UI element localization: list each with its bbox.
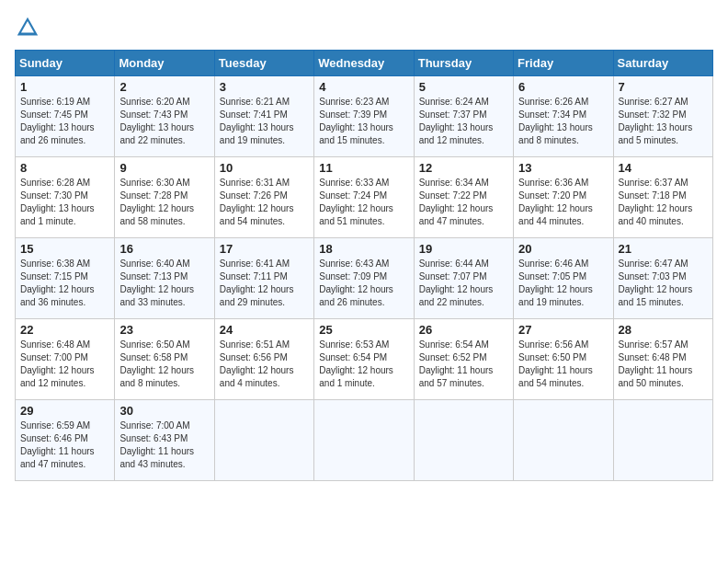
header-thursday: Thursday	[414, 51, 513, 76]
logo	[15, 15, 44, 40]
day-info: Sunrise: 6:43 AM Sunset: 7:09 PM Dayligh…	[319, 258, 408, 309]
day-info: Sunrise: 6:57 AM Sunset: 6:48 PM Dayligh…	[619, 339, 708, 390]
calendar-cell	[214, 400, 313, 481]
day-number: 15	[20, 242, 109, 256]
calendar-cell	[514, 400, 613, 481]
calendar-cell: 29Sunrise: 6:59 AM Sunset: 6:46 PM Dayli…	[16, 400, 115, 481]
header-sunday: Sunday	[16, 51, 115, 76]
day-number: 30	[119, 404, 209, 418]
day-info: Sunrise: 6:30 AM Sunset: 7:28 PM Dayligh…	[119, 177, 209, 228]
day-number: 5	[419, 80, 508, 94]
calendar-cell: 13Sunrise: 6:36 AM Sunset: 7:20 PM Dayli…	[514, 157, 613, 238]
calendar-cell	[613, 400, 712, 481]
day-info: Sunrise: 6:47 AM Sunset: 7:03 PM Dayligh…	[619, 258, 708, 309]
day-number: 11	[319, 161, 408, 175]
day-info: Sunrise: 6:34 AM Sunset: 7:22 PM Dayligh…	[419, 177, 508, 228]
calendar-cell: 22Sunrise: 6:48 AM Sunset: 7:00 PM Dayli…	[16, 319, 115, 400]
calendar-table: SundayMondayTuesdayWednesdayThursdayFrid…	[15, 50, 713, 481]
day-info: Sunrise: 6:59 AM Sunset: 6:46 PM Dayligh…	[20, 419, 109, 471]
calendar-cell	[314, 400, 414, 481]
day-info: Sunrise: 6:23 AM Sunset: 7:39 PM Dayligh…	[319, 96, 408, 147]
calendar-cell: 6Sunrise: 6:26 AM Sunset: 7:34 PM Daylig…	[514, 76, 613, 157]
day-number: 6	[518, 80, 608, 94]
calendar-cell: 8Sunrise: 6:28 AM Sunset: 7:30 PM Daylig…	[16, 157, 115, 238]
day-info: Sunrise: 6:19 AM Sunset: 7:45 PM Dayligh…	[20, 96, 109, 147]
day-info: Sunrise: 6:56 AM Sunset: 6:50 PM Dayligh…	[518, 339, 608, 390]
day-number: 26	[419, 323, 508, 337]
calendar-header-row: SundayMondayTuesdayWednesdayThursdayFrid…	[16, 51, 713, 76]
calendar-cell: 14Sunrise: 6:37 AM Sunset: 7:18 PM Dayli…	[613, 157, 712, 238]
calendar-cell: 23Sunrise: 6:50 AM Sunset: 6:58 PM Dayli…	[115, 319, 214, 400]
day-number: 18	[319, 242, 408, 256]
calendar-cell: 3Sunrise: 6:21 AM Sunset: 7:41 PM Daylig…	[214, 76, 313, 157]
day-info: Sunrise: 6:46 AM Sunset: 7:05 PM Dayligh…	[518, 258, 608, 309]
page-header	[15, 15, 713, 40]
day-number: 21	[619, 242, 708, 256]
calendar-cell: 27Sunrise: 6:56 AM Sunset: 6:50 PM Dayli…	[514, 319, 613, 400]
calendar-week-2: 8Sunrise: 6:28 AM Sunset: 7:30 PM Daylig…	[16, 157, 713, 238]
header-monday: Monday	[115, 51, 214, 76]
calendar-cell: 24Sunrise: 6:51 AM Sunset: 6:56 PM Dayli…	[214, 319, 313, 400]
day-info: Sunrise: 6:37 AM Sunset: 7:18 PM Dayligh…	[619, 177, 708, 228]
day-info: Sunrise: 6:28 AM Sunset: 7:30 PM Dayligh…	[20, 177, 109, 228]
calendar-cell: 30Sunrise: 7:00 AM Sunset: 6:43 PM Dayli…	[115, 400, 214, 481]
day-info: Sunrise: 6:24 AM Sunset: 7:37 PM Dayligh…	[419, 96, 508, 147]
day-number: 22	[20, 323, 109, 337]
calendar-week-1: 1Sunrise: 6:19 AM Sunset: 7:45 PM Daylig…	[16, 76, 713, 157]
calendar-cell: 17Sunrise: 6:41 AM Sunset: 7:11 PM Dayli…	[214, 238, 313, 319]
day-number: 23	[119, 323, 209, 337]
header-tuesday: Tuesday	[214, 51, 313, 76]
day-info: Sunrise: 6:41 AM Sunset: 7:11 PM Dayligh…	[220, 258, 309, 309]
calendar-week-5: 29Sunrise: 6:59 AM Sunset: 6:46 PM Dayli…	[16, 400, 713, 481]
day-number: 17	[220, 242, 309, 256]
calendar-cell: 7Sunrise: 6:27 AM Sunset: 7:32 PM Daylig…	[613, 76, 712, 157]
calendar-cell: 19Sunrise: 6:44 AM Sunset: 7:07 PM Dayli…	[414, 238, 513, 319]
header-saturday: Saturday	[613, 51, 712, 76]
day-number: 25	[319, 323, 408, 337]
calendar-cell: 2Sunrise: 6:20 AM Sunset: 7:43 PM Daylig…	[115, 76, 214, 157]
day-number: 2	[119, 80, 209, 94]
calendar-cell: 18Sunrise: 6:43 AM Sunset: 7:09 PM Dayli…	[314, 238, 414, 319]
day-info: Sunrise: 6:51 AM Sunset: 6:56 PM Dayligh…	[220, 339, 309, 390]
day-number: 4	[319, 80, 408, 94]
calendar-cell	[414, 400, 513, 481]
day-number: 10	[220, 161, 309, 175]
day-number: 9	[119, 161, 209, 175]
calendar-cell: 4Sunrise: 6:23 AM Sunset: 7:39 PM Daylig…	[314, 76, 414, 157]
header-wednesday: Wednesday	[314, 51, 414, 76]
calendar-cell: 1Sunrise: 6:19 AM Sunset: 7:45 PM Daylig…	[16, 76, 115, 157]
header-friday: Friday	[514, 51, 613, 76]
day-info: Sunrise: 6:27 AM Sunset: 7:32 PM Dayligh…	[619, 96, 708, 147]
day-info: Sunrise: 6:33 AM Sunset: 7:24 PM Dayligh…	[319, 177, 408, 228]
day-number: 1	[20, 80, 109, 94]
day-info: Sunrise: 6:36 AM Sunset: 7:20 PM Dayligh…	[518, 177, 608, 228]
day-number: 13	[518, 161, 608, 175]
day-info: Sunrise: 6:26 AM Sunset: 7:34 PM Dayligh…	[518, 96, 608, 147]
day-info: Sunrise: 6:31 AM Sunset: 7:26 PM Dayligh…	[220, 177, 309, 228]
calendar-week-4: 22Sunrise: 6:48 AM Sunset: 7:00 PM Dayli…	[16, 319, 713, 400]
day-number: 12	[419, 161, 508, 175]
day-info: Sunrise: 6:44 AM Sunset: 7:07 PM Dayligh…	[419, 258, 508, 309]
day-number: 20	[518, 242, 608, 256]
day-info: Sunrise: 6:53 AM Sunset: 6:54 PM Dayligh…	[319, 339, 408, 390]
day-number: 3	[220, 80, 309, 94]
calendar-week-3: 15Sunrise: 6:38 AM Sunset: 7:15 PM Dayli…	[16, 238, 713, 319]
day-number: 7	[619, 80, 708, 94]
day-info: Sunrise: 6:40 AM Sunset: 7:13 PM Dayligh…	[119, 258, 209, 309]
day-info: Sunrise: 6:38 AM Sunset: 7:15 PM Dayligh…	[20, 258, 109, 309]
day-number: 27	[518, 323, 608, 337]
calendar-cell: 9Sunrise: 6:30 AM Sunset: 7:28 PM Daylig…	[115, 157, 214, 238]
day-info: Sunrise: 6:20 AM Sunset: 7:43 PM Dayligh…	[119, 96, 209, 147]
day-number: 14	[619, 161, 708, 175]
calendar-cell: 15Sunrise: 6:38 AM Sunset: 7:15 PM Dayli…	[16, 238, 115, 319]
day-info: Sunrise: 6:21 AM Sunset: 7:41 PM Dayligh…	[220, 96, 309, 147]
day-number: 29	[20, 404, 109, 418]
calendar-cell: 12Sunrise: 6:34 AM Sunset: 7:22 PM Dayli…	[414, 157, 513, 238]
day-number: 8	[20, 161, 109, 175]
calendar-cell: 5Sunrise: 6:24 AM Sunset: 7:37 PM Daylig…	[414, 76, 513, 157]
calendar-cell: 20Sunrise: 6:46 AM Sunset: 7:05 PM Dayli…	[514, 238, 613, 319]
logo-icon	[15, 15, 40, 40]
day-info: Sunrise: 7:00 AM Sunset: 6:43 PM Dayligh…	[119, 419, 209, 471]
day-number: 19	[419, 242, 508, 256]
calendar-cell: 21Sunrise: 6:47 AM Sunset: 7:03 PM Dayli…	[613, 238, 712, 319]
